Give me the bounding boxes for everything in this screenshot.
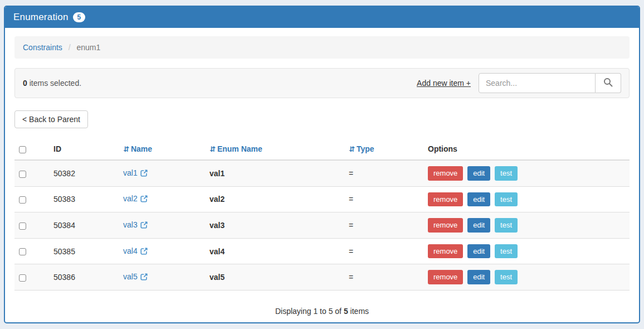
cell-type: = (344, 238, 423, 264)
remove-button[interactable]: remove (428, 192, 463, 207)
breadcrumb-separator: / (69, 43, 71, 52)
table-row: 50386 val5 val5 = remove edit test (14, 264, 630, 291)
sort-icon: ⇵ (349, 145, 355, 153)
row-name-link[interactable]: val2 (123, 194, 138, 203)
page-title: Enumeration (13, 12, 69, 23)
sort-icon: ⇵ (209, 145, 216, 153)
cell-id: 50382 (49, 160, 119, 186)
cell-name: val3 (119, 212, 205, 239)
row-checkbox[interactable] (19, 171, 26, 178)
table-row: 50382 val1 val1 = remove edit test (14, 160, 630, 186)
cell-type: = (344, 160, 423, 186)
constraints-table: ID ⇵Name ⇵Enum Name ⇵Type Options 50382 … (14, 139, 630, 291)
remove-button[interactable]: remove (428, 166, 463, 181)
panel-body: Constraints / enum1 0 items selected. Ad… (5, 28, 639, 322)
select-all-checkbox[interactable] (19, 146, 26, 153)
external-link-icon (140, 195, 148, 204)
table-row: 50383 val2 val2 = remove edit test (14, 186, 630, 212)
external-link-icon (140, 273, 148, 282)
column-header-enum-name[interactable]: ⇵Enum Name (205, 139, 344, 160)
table-row: 50385 val4 val4 = remove edit test (14, 238, 630, 264)
cell-id: 50386 (49, 264, 119, 291)
row-checkbox[interactable] (19, 248, 26, 255)
edit-button[interactable]: edit (467, 166, 490, 181)
toolbar-right: Add new item + (417, 73, 621, 93)
search-group (479, 73, 621, 93)
test-button[interactable]: test (495, 244, 518, 259)
selected-count: 0 (23, 79, 27, 88)
breadcrumb: Constraints / enum1 (14, 36, 630, 59)
pagination-summary: Displaying 1 to 5 of 5 items (14, 307, 630, 316)
column-header-name[interactable]: ⇵Name (119, 139, 205, 160)
breadcrumb-current: enum1 (76, 43, 100, 52)
edit-button[interactable]: edit (467, 244, 490, 259)
cell-name: val1 (119, 160, 205, 186)
edit-button[interactable]: edit (467, 192, 490, 207)
row-checkbox[interactable] (19, 274, 26, 282)
enumeration-panel: Enumeration 5 Constraints / enum1 0 item… (4, 6, 640, 323)
toolbar: 0 items selected. Add new item + (14, 68, 630, 98)
cell-enum-name: val1 (205, 160, 344, 186)
cell-options: remove edit test (423, 264, 630, 291)
column-header-id: ID (49, 139, 119, 160)
cell-options: remove edit test (423, 212, 630, 239)
cell-enum-name: val4 (205, 238, 344, 264)
selected-items-status: 0 items selected. (23, 79, 81, 88)
cell-options: remove edit test (423, 186, 630, 212)
edit-button[interactable]: edit (467, 218, 490, 233)
test-button[interactable]: test (495, 270, 518, 284)
total-count: 5 (344, 307, 348, 316)
row-checkbox[interactable] (19, 196, 26, 204)
external-link-icon (140, 221, 148, 230)
add-new-item-link[interactable]: Add new item + (417, 79, 471, 88)
cell-name: val2 (119, 186, 205, 212)
cell-options: remove edit test (423, 160, 630, 186)
panel-header: Enumeration 5 (5, 7, 639, 28)
remove-button[interactable]: remove (428, 218, 463, 233)
cell-id: 50385 (49, 238, 119, 264)
cell-name: val5 (119, 264, 205, 291)
cell-type: = (344, 212, 423, 239)
cell-enum-name: val5 (205, 264, 344, 291)
external-link-icon (140, 170, 148, 178)
cell-name: val4 (119, 238, 205, 264)
cell-id: 50384 (49, 212, 119, 239)
row-checkbox[interactable] (19, 222, 26, 230)
cell-options: remove edit test (423, 238, 630, 264)
cell-type: = (344, 186, 423, 212)
external-link-icon (140, 248, 148, 257)
test-button[interactable]: test (495, 218, 518, 233)
row-name-link[interactable]: val4 (123, 246, 138, 255)
row-name-link[interactable]: val5 (123, 272, 138, 281)
table-row: 50384 val3 val3 = remove edit test (14, 212, 630, 239)
search-button[interactable] (596, 73, 621, 93)
breadcrumb-link-constraints[interactable]: Constraints (23, 43, 62, 52)
row-name-link[interactable]: val1 (123, 168, 138, 177)
sort-icon: ⇵ (123, 145, 129, 153)
cell-type: = (344, 264, 423, 291)
selected-label: items selected. (27, 79, 81, 88)
cell-id: 50383 (49, 186, 119, 212)
remove-button[interactable]: remove (428, 270, 463, 284)
edit-button[interactable]: edit (467, 270, 490, 284)
back-to-parent-button[interactable]: < Back to Parent (14, 110, 88, 128)
cell-enum-name: val3 (205, 212, 344, 239)
column-header-type[interactable]: ⇵Type (344, 139, 423, 160)
count-badge: 5 (73, 12, 86, 22)
search-icon (603, 78, 613, 89)
column-header-options: Options (423, 139, 630, 160)
table-header-row: ID ⇵Name ⇵Enum Name ⇵Type Options (14, 139, 630, 160)
test-button[interactable]: test (495, 166, 518, 181)
row-name-link[interactable]: val3 (123, 220, 138, 229)
remove-button[interactable]: remove (428, 244, 463, 259)
search-input[interactable] (479, 73, 596, 93)
cell-enum-name: val2 (205, 186, 344, 212)
test-button[interactable]: test (495, 192, 518, 207)
